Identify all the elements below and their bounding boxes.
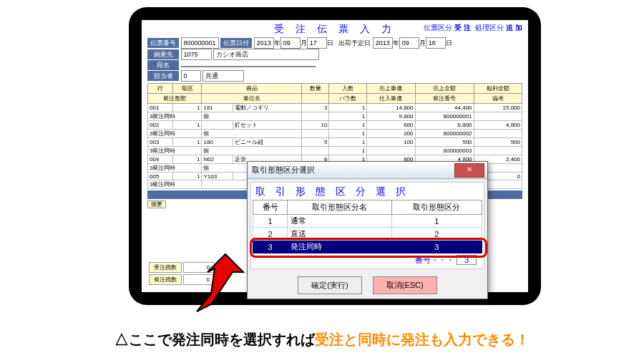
slip-date-m[interactable]: 09 bbox=[280, 37, 301, 49]
slip-no-field[interactable]: 800000001 bbox=[181, 37, 219, 49]
slip-type-value: 受 注 bbox=[454, 24, 471, 32]
list-item[interactable]: 1通常1 bbox=[253, 215, 482, 228]
slip-date-label: 伝票日付 bbox=[220, 38, 252, 48]
grid-header-1: 行取区 商品 数量入数 売上単価売上金額 粗利金額 bbox=[148, 84, 522, 94]
list-item[interactable]: 3発注同時3 bbox=[253, 241, 482, 253]
proc-type-value: 追 加 bbox=[506, 24, 522, 32]
rep-code-field[interactable]: 0 bbox=[181, 70, 201, 82]
list-item[interactable]: 2直送2 bbox=[253, 228, 482, 241]
rep-name-field[interactable]: 共通 bbox=[203, 70, 244, 82]
rep-label: 担当者 bbox=[147, 71, 179, 81]
slip-date-d[interactable]: 17 bbox=[307, 37, 327, 49]
table-row[interactable]: 0011181電動ノコギリ3114,80044,40015,000 bbox=[148, 104, 522, 112]
topbar: 伝票区分 受 注 処理区分 追 加 bbox=[421, 23, 522, 33]
table-row[interactable]: 0031180ビニール紐51100500500 bbox=[148, 138, 522, 147]
addr-label: 宛名 bbox=[147, 60, 179, 70]
caption-highlight: 受注と同時に発注も入力できる！ bbox=[315, 332, 530, 347]
cust-name-field[interactable]: カシオ商店 bbox=[213, 49, 319, 60]
cancel-button[interactable]: 取消(ESC) bbox=[373, 276, 437, 294]
po-remain-value: 0 bbox=[183, 274, 215, 285]
confirm-button[interactable]: 確定(実行) bbox=[298, 276, 361, 294]
dialog-number-field[interactable]: 3 bbox=[457, 255, 477, 265]
table-row-sub[interactable]: 3発注同時個1800000003 bbox=[148, 147, 522, 155]
ship-date-label: 出荷予定日 bbox=[338, 39, 371, 47]
cust-label: 納意先 bbox=[147, 49, 179, 59]
order-remain-value: 0 bbox=[183, 262, 215, 273]
transaction-type-dialog: 取引形態区分選択 ✕ 取引形態区分選択 番号取引形態区分名取引形態区分 1通常1… bbox=[247, 161, 488, 299]
order-remain-label: 受注残数 bbox=[149, 262, 182, 273]
ship-date-y[interactable]: 2013 bbox=[373, 37, 393, 49]
ship-date-m[interactable]: 09 bbox=[399, 37, 419, 49]
po-remain-label: 発注残数 bbox=[149, 274, 182, 285]
caption-prefix: △ここで発注同時を選択すれば bbox=[114, 332, 315, 347]
table-row-sub[interactable]: 3発注同時個19,800800000001 bbox=[148, 112, 522, 121]
close-icon[interactable]: ✕ bbox=[454, 163, 484, 178]
addr-field[interactable] bbox=[181, 66, 316, 67]
ship-date-d[interactable]: 18 bbox=[426, 37, 446, 49]
dialog-number-row: 番号・・・ 3 bbox=[253, 253, 482, 267]
proc-type-label: 処理区分 bbox=[475, 24, 504, 32]
dialog-list[interactable]: 番号取引形態区分名取引形態区分 1通常12直送23発注同時3 bbox=[253, 200, 482, 253]
summary-table: 受注残数0 発注残数0 bbox=[147, 261, 216, 286]
dialog-header: 取引形態区分選択 bbox=[253, 184, 482, 200]
dialog-titlebar[interactable]: 取引形態区分選択 ✕ bbox=[248, 162, 487, 179]
slip-no-label: 伝票番号 bbox=[147, 38, 179, 48]
remark-label: 摘要 bbox=[147, 200, 166, 208]
table-row-sub[interactable]: 3発注同時個1200800000002 bbox=[148, 130, 522, 138]
dialog-title-text: 取引形態区分選択 bbox=[252, 165, 315, 174]
caption: △ここで発注同時を選択すれば受注と同時に発注も入力できる！ bbox=[0, 330, 644, 349]
slip-date-y[interactable]: 2013 bbox=[254, 37, 274, 49]
cust-code-field[interactable]: 1075 bbox=[181, 49, 212, 60]
slip-type-label: 伝票区分 bbox=[424, 24, 452, 32]
grid-header-2: 発注形態単位名 バラ数仕入単価 発注番号備考 bbox=[148, 94, 522, 104]
table-row[interactable]: 0021釘セット1016806,8004,800 bbox=[148, 121, 522, 130]
header-area: 伝票番号 800000001 伝票日付 2013年09月17日 出荷予定日 20… bbox=[147, 37, 522, 82]
